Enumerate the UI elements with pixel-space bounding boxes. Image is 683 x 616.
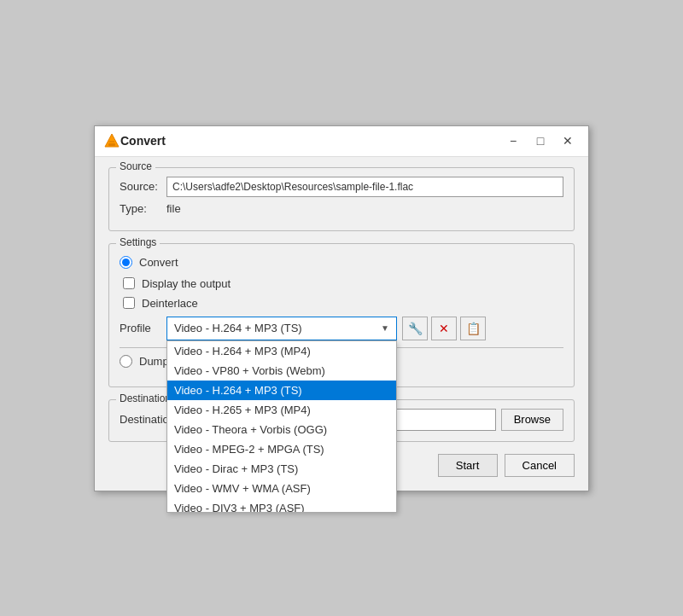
convert-radio[interactable] [120,256,132,269]
display-output-row: Display the output [123,277,563,290]
cancel-button[interactable]: Cancel [505,454,575,477]
profile-tools: 🔧 ✕ 📋 [402,317,486,340]
type-row: Type: file [120,202,563,215]
settings-legend: Settings [116,236,160,248]
convert-window: Convert − □ ✕ Source Source: Type: file … [94,125,589,491]
browse-button[interactable]: Browse [501,409,563,431]
profile-options-list: Video - H.264 + MP3 (MP4)Video - VP80 + … [167,341,396,512]
svg-rect-1 [108,143,115,146]
window-body: Source Source: Type: file Settings Conve… [95,157,588,491]
list-item[interactable]: Video - MPEG-2 + MPGA (TS) [167,439,396,459]
list-item[interactable]: Video - Theora + Vorbis (OGG) [167,420,396,439]
profile-dropdown-container: Video - H.264 + MP3 (TS) ▼ Video - H.264… [166,317,397,340]
profile-delete-button[interactable]: ✕ [431,317,457,340]
destination-legend: Destination [116,392,174,404]
window-controls: − □ ✕ [501,131,580,151]
source-input[interactable] [166,177,563,197]
profile-selected-text: Video - H.264 + MP3 (TS) [174,322,302,334]
profile-list-button[interactable]: 📋 [460,317,486,340]
minimize-button[interactable]: − [501,131,525,151]
vlc-icon [103,132,120,149]
title-bar: Convert − □ ✕ [95,126,588,157]
list-item[interactable]: Video - H.264 + MP3 (MP4) [167,341,396,361]
svg-rect-2 [109,141,114,142]
list-item[interactable]: Video - VP80 + Vorbis (Webm) [167,361,396,381]
profile-label: Profile [120,322,166,334]
list-item[interactable]: Video - H.265 + MP3 (MP4) [167,400,396,420]
deinterlace-checkbox[interactable] [123,297,135,309]
list-item[interactable]: Video - WMV + WMA (ASF) [167,479,396,498]
list-item[interactable]: Video - H.264 + MP3 (TS) [167,381,396,400]
display-output-label[interactable]: Display the output [142,277,231,290]
convert-radio-label[interactable]: Convert [139,256,178,269]
maximize-button[interactable]: □ [528,131,552,151]
profile-settings-button[interactable]: 🔧 [402,317,428,340]
type-label: Type: [120,202,166,215]
profile-dropdown[interactable]: Video - H.264 + MP3 (TS) ▼ [166,317,397,340]
close-button[interactable]: ✕ [556,131,580,151]
window-title: Convert [120,134,501,148]
start-button[interactable]: Start [438,454,498,477]
source-row: Source: [120,177,563,197]
display-output-checkbox[interactable] [123,277,135,289]
source-section: Source Source: Type: file [108,167,575,231]
deinterlace-label[interactable]: Deinterlace [142,297,198,310]
type-value: file [166,202,181,215]
dump-raw-radio[interactable] [120,355,132,368]
deinterlace-row: Deinterlace [123,297,563,310]
convert-radio-row: Convert [120,256,563,269]
settings-section: Settings Convert Display the output Dein… [108,243,575,387]
profile-row: Profile Video - H.264 + MP3 (TS) ▼ Video… [120,317,563,340]
list-item[interactable]: Video - DIV3 + MP3 (ASF) [167,498,396,512]
profile-dropdown-menu: Video - H.264 + MP3 (MP4)Video - VP80 + … [166,340,397,513]
dropdown-arrow-icon: ▼ [381,323,389,333]
source-legend: Source [116,160,155,172]
list-item[interactable]: Video - Dirac + MP3 (TS) [167,459,396,479]
source-label: Source: [120,180,166,193]
